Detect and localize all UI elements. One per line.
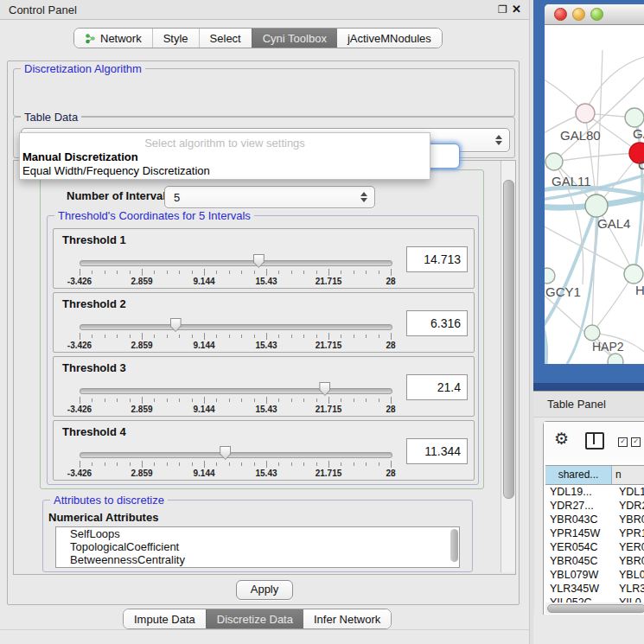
tab-jactivemnodules[interactable]: jActiveMNodules	[337, 29, 442, 48]
settings-scroll-panel: Interval Definition Number of Intervals …	[13, 160, 516, 575]
slider-tick	[154, 271, 155, 274]
minimize-traffic-light[interactable]	[572, 8, 585, 21]
slider-tick	[192, 335, 193, 338]
table-row[interactable]: YBR045CYBR0	[545, 554, 644, 568]
panel-scrollbar[interactable]	[501, 161, 515, 572]
table-row[interactable]: YDL19...YDL1	[545, 485, 644, 499]
table-row[interactable]: YLR345WYLR3	[545, 582, 644, 596]
float-window-icon[interactable]: ❐	[498, 3, 507, 16]
network-tab-icon	[85, 33, 96, 44]
slider-track[interactable]	[80, 452, 392, 458]
slider-tick	[192, 462, 193, 466]
attribute-list-item[interactable]: BetweennessCentrality	[56, 553, 459, 566]
tab-impute-data[interactable]: Impute Data	[124, 609, 206, 628]
tab-style[interactable]: Style	[152, 29, 199, 48]
slider-tick	[379, 335, 379, 338]
threshold-value-field[interactable]: 14.713	[406, 246, 468, 272]
slider-track[interactable]	[80, 324, 392, 330]
slider-tick	[167, 335, 168, 338]
scrollbar-thumb[interactable]	[503, 180, 514, 499]
network-edge[interactable]	[545, 224, 634, 274]
slider-tick	[341, 335, 341, 338]
list-scrollbar[interactable]	[450, 529, 458, 562]
threshold-value-field[interactable]: 21.4	[406, 374, 468, 400]
table-row[interactable]: YER054CYER0	[545, 540, 644, 554]
tab-discretize-data[interactable]: Discretize Data	[206, 609, 303, 628]
threshold-label: Threshold 3	[62, 361, 126, 374]
attribute-list-item[interactable]: TopologicalCoefficient	[56, 540, 459, 553]
tab-infer-network[interactable]: Infer Network	[303, 609, 391, 628]
threshold-value-field[interactable]: 11.344	[406, 438, 468, 464]
table-row[interactable]: YBL079WYBL0	[545, 568, 644, 582]
slider-track[interactable]	[80, 260, 392, 266]
number-of-intervals-combobox[interactable]: 5	[164, 186, 375, 208]
table-cell: YDL19...	[545, 485, 616, 499]
network-node-label: GAL4	[597, 216, 630, 231]
slider-tick	[216, 399, 217, 402]
table-hscrollbar[interactable]	[545, 603, 644, 614]
dropdown-option-equal-width[interactable]: Equal Width/Frequency Discretization	[22, 164, 210, 177]
zoom-traffic-light[interactable]	[590, 8, 603, 21]
cyni-tab-content: Discretization Algorithm Select algorith…	[7, 61, 520, 605]
threshold-value-field[interactable]: 6.316	[406, 310, 468, 336]
control-panel-titlebar: Control Panel ❐ ✕	[0, 0, 529, 20]
slider-tick	[328, 269, 329, 276]
slider-track[interactable]	[80, 388, 392, 394]
tab-label: Select	[210, 32, 241, 45]
table-row[interactable]: YPR145WYPR1	[545, 526, 644, 540]
threshold-4-row: Threshold 4 -3.4262.8599.14415.4321.7152…	[53, 420, 475, 481]
threshold-2-slider[interactable]: -3.4262.8599.14415.4321.71528	[80, 317, 391, 350]
slider-tick	[80, 269, 80, 276]
table-cell: YLR345W	[545, 582, 616, 596]
network-edge[interactable]	[554, 153, 640, 162]
network-node[interactable]	[625, 108, 644, 127]
slider-tick	[167, 399, 168, 402]
slider-tick	[179, 271, 180, 274]
tab-network[interactable]: Network	[74, 29, 152, 48]
threshold-4-slider[interactable]: -3.4262.8599.14415.4321.71528	[80, 445, 391, 478]
slider-tick-label: 28	[386, 405, 395, 414]
network-node[interactable]	[576, 104, 595, 123]
gear-icon[interactable]: ⚙	[554, 429, 569, 449]
network-node[interactable]	[585, 194, 608, 217]
network-window-titlebar	[545, 4, 644, 25]
column-header-shared-name[interactable]: shared...	[545, 466, 612, 484]
slider-tick	[316, 399, 317, 402]
slider-tick	[130, 399, 131, 402]
tab-label: Impute Data	[134, 613, 195, 626]
network-node[interactable]	[608, 354, 623, 364]
tab-cyni-toolbox[interactable]: Cyni Toolbox	[252, 29, 337, 48]
dropdown-option-manual[interactable]: Manual Discretization	[22, 150, 138, 163]
network-edge[interactable]	[592, 274, 634, 333]
panel-title: Control Panel	[9, 3, 77, 16]
slider-tick	[92, 335, 92, 338]
slider-tick	[204, 269, 205, 276]
split-columns-icon[interactable]	[585, 432, 604, 450]
network-node[interactable]	[624, 265, 643, 284]
column-header-name[interactable]: n	[612, 466, 644, 484]
slider-tick	[379, 462, 379, 466]
screen: Control Panel ❐ ✕ Network Style Select C…	[0, 0, 644, 644]
close-traffic-light[interactable]	[554, 8, 567, 21]
table-row[interactable]: YDR27...YDR2	[545, 499, 644, 513]
threshold-1-slider[interactable]: -3.4262.8599.14415.4321.71528	[80, 253, 391, 286]
threshold-3-slider[interactable]: -3.4262.8599.14415.4321.71528	[80, 381, 391, 414]
close-icon[interactable]: ✕	[512, 3, 521, 16]
network-canvas[interactable]: GAL80GACGAL11GAL4GCY1HHAP2	[545, 25, 644, 364]
checkbox-icon[interactable]: ✓	[618, 437, 628, 447]
network-node[interactable]	[584, 325, 600, 341]
slider-tick	[366, 271, 367, 274]
slider-tick	[216, 271, 217, 274]
tab-label: Style	[163, 32, 188, 45]
network-node[interactable]	[545, 268, 555, 284]
scrollbar-thumb[interactable]	[547, 604, 644, 613]
network-node[interactable]	[545, 153, 563, 170]
checkbox-icon[interactable]: ✓	[631, 437, 641, 447]
network-edge[interactable]	[585, 56, 644, 113]
attribute-list-item[interactable]: SelfLoops	[56, 527, 459, 540]
table-row[interactable]: YBR043CYBR0	[545, 513, 644, 526]
slider-tick	[278, 335, 279, 338]
tab-select[interactable]: Select	[199, 29, 252, 48]
apply-button[interactable]: Apply	[236, 580, 293, 600]
numerical-attributes-list[interactable]: SelfLoopsTopologicalCoefficientBetweenne…	[55, 526, 460, 568]
